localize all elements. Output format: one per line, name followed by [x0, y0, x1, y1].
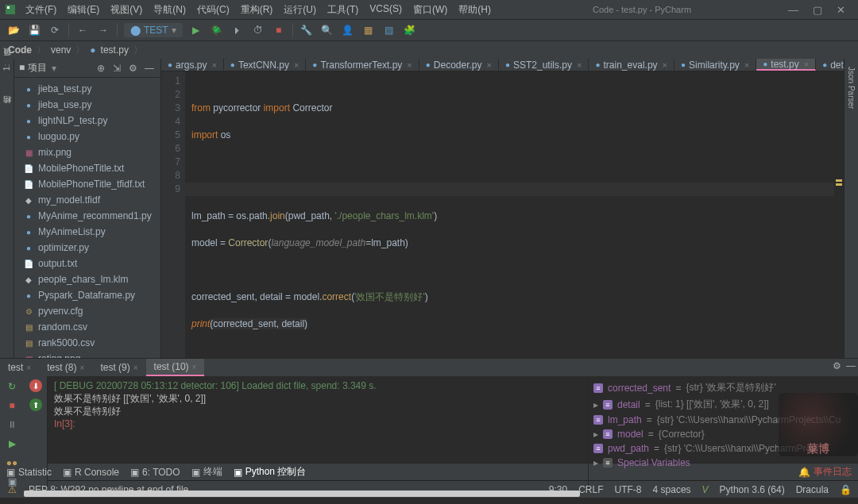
reload-icon[interactable]: ⟳: [48, 23, 62, 37]
run-coverage-icon[interactable]: ⏵: [230, 23, 245, 37]
close-icon[interactable]: ×: [407, 60, 412, 70]
file-item[interactable]: ◆people_chars_lm.klm: [14, 271, 160, 287]
menu-item[interactable]: 工具(T): [323, 2, 363, 18]
close-icon[interactable]: ×: [577, 60, 582, 70]
toolwindow-tab[interactable]: ▣ Python 控制台: [234, 465, 307, 479]
file-item[interactable]: ▤rank5000.csv: [14, 335, 160, 351]
breadcrumb-folder[interactable]: venv: [51, 44, 71, 56]
close-icon[interactable]: ×: [744, 60, 749, 70]
editor-tab[interactable]: ●SST2_utils.py×: [499, 59, 589, 71]
menu-item[interactable]: 帮助(H): [454, 2, 496, 18]
file-item[interactable]: ▦mix.png: [14, 144, 160, 160]
stop-icon[interactable]: ■: [272, 23, 286, 37]
run-tab[interactable]: test (9)×: [92, 359, 145, 376]
variable-item[interactable]: ▸≡detail = {list: 1} [['效国', '效果', 0, 2]…: [593, 396, 853, 413]
run-gear-icon[interactable]: ⚙: [829, 359, 844, 373]
variable-item[interactable]: ▸≡model = {Corrector}: [593, 427, 853, 441]
menu-item[interactable]: 运行(U): [279, 2, 321, 18]
toolwindow-tab[interactable]: ▣ 6: TODO: [130, 467, 180, 478]
status-encoding[interactable]: UTF-8: [615, 484, 642, 495]
file-item[interactable]: 📄MobilePhoneTitle_tfidf.txt: [14, 176, 160, 192]
expand-arrow-icon[interactable]: ▸: [593, 457, 598, 468]
breadcrumb-root[interactable]: Code: [8, 44, 32, 56]
expand-arrow-icon[interactable]: ▸: [593, 399, 598, 410]
toolwindow-tab[interactable]: ▣ R Console: [63, 467, 119, 478]
variable-item[interactable]: ≡pwd_path = {str} 'C:\\Users\\hanxi\\Pyc…: [593, 441, 853, 456]
close-icon[interactable]: ×: [80, 364, 85, 372]
editor-tab[interactable]: ●train_eval.py×: [589, 59, 674, 71]
editor-tab[interactable]: ●args.py×: [161, 59, 224, 71]
menu-item[interactable]: 文件(F): [21, 2, 61, 18]
stop2-icon[interactable]: ■: [5, 398, 19, 413]
menu-item[interactable]: 视图(V): [106, 2, 147, 18]
expand-arrow-icon[interactable]: ▸: [593, 429, 598, 440]
maximize-button[interactable]: ▢: [813, 4, 822, 16]
console-output[interactable]: [ DEBUG 20200728 05:13:12 detector: 106]…: [48, 376, 588, 489]
status-lock-icon[interactable]: 🔒: [840, 484, 852, 495]
hide-panel-icon[interactable]: —: [145, 63, 156, 74]
menu-item[interactable]: 导航(N): [149, 2, 191, 18]
menu-item[interactable]: 编辑(E): [63, 2, 104, 18]
file-item[interactable]: ●MyAnimeList.py: [14, 224, 160, 240]
event-log-button[interactable]: 🔔 事件日志: [798, 465, 852, 479]
back-icon[interactable]: ←: [75, 23, 90, 37]
file-item[interactable]: ●Pyspark_Dataframe.py: [14, 287, 160, 303]
pause-icon[interactable]: ⏸: [5, 417, 19, 432]
status-lineend[interactable]: CRLF: [578, 484, 603, 495]
scroll-end-icon[interactable]: ⬇: [29, 379, 42, 392]
json-parser-tab[interactable]: Json Parser: [847, 67, 856, 109]
status-vim[interactable]: V: [702, 484, 709, 495]
file-item[interactable]: ▤random.csv: [14, 319, 160, 335]
file-item[interactable]: 📄output.txt: [14, 256, 160, 271]
plugin-icon-1[interactable]: ▦: [361, 23, 376, 37]
file-item[interactable]: ●jieba_use.py: [14, 97, 160, 113]
open-file-icon[interactable]: 📂: [6, 23, 21, 37]
menu-item[interactable]: 窗口(W): [408, 2, 452, 18]
run-icon[interactable]: ▶: [189, 23, 203, 37]
close-icon[interactable]: ×: [663, 60, 667, 70]
menu-item[interactable]: VCS(S): [365, 2, 407, 18]
editor-tab[interactable]: ●TextCNN.py×: [224, 59, 307, 71]
editor-tab[interactable]: ●TransformerText.py×: [306, 59, 419, 71]
run-tab[interactable]: test (8)×: [39, 359, 92, 376]
warning-icon[interactable]: ⚠: [6, 484, 17, 495]
file-item[interactable]: ◆my_model.tfidf: [14, 192, 160, 208]
rerun-icon[interactable]: ↻: [5, 379, 19, 394]
close-icon[interactable]: ×: [804, 60, 809, 69]
status-theme[interactable]: Dracula: [796, 484, 829, 495]
status-python[interactable]: Python 3.6 (64): [720, 484, 785, 495]
variable-item[interactable]: ≡lm_path = {str} 'C:\\Users\\hanxi\\Pych…: [593, 413, 853, 427]
file-item[interactable]: ●optimizer.py: [14, 240, 160, 256]
editor-tab[interactable]: ●Decoder.py×: [419, 59, 499, 71]
toolwindow-tab[interactable]: ▣ 终端: [191, 465, 222, 479]
sidebar-project-tab[interactable]: 1: 项目: [2, 62, 13, 71]
debug-icon[interactable]: 🪲: [210, 23, 224, 37]
close-icon[interactable]: ×: [192, 363, 197, 371]
file-item[interactable]: ●MyAnime_recommend1.py: [14, 208, 160, 224]
file-item[interactable]: ▦rating.png: [14, 351, 160, 358]
file-item[interactable]: ●jieba_test.py: [14, 81, 160, 97]
menu-item[interactable]: 代码(C): [192, 2, 234, 18]
file-item[interactable]: ●lightNLP_test.py: [14, 113, 160, 129]
wrench-icon[interactable]: 🔧: [300, 23, 314, 37]
forward-icon[interactable]: →: [96, 23, 110, 37]
menu-item[interactable]: 重构(R): [236, 2, 278, 18]
run-tab[interactable]: test (10)×: [146, 359, 205, 376]
close-icon[interactable]: ×: [133, 364, 138, 372]
close-icon[interactable]: ×: [294, 60, 299, 70]
close-icon[interactable]: ×: [487, 60, 492, 70]
variable-item[interactable]: ≡corrected_sent = {str} '效果不是特别好': [593, 379, 853, 396]
play2-icon[interactable]: ▶: [5, 437, 19, 451]
collapse-all-icon[interactable]: ⇲: [113, 63, 124, 74]
file-item[interactable]: 📄MobilePhoneTitle.txt: [14, 160, 160, 176]
gear-icon[interactable]: ⚙: [129, 63, 140, 74]
filter-icon[interactable]: ⬆: [29, 398, 42, 411]
run-config-selector[interactable]: ⬤ TEST ▾: [124, 23, 183, 37]
editor-tab[interactable]: ●detector.py×: [816, 59, 844, 71]
status-indent[interactable]: 4 spaces: [653, 484, 691, 495]
close-icon[interactable]: ×: [26, 364, 31, 372]
warning-marker[interactable]: [836, 179, 842, 182]
toolwindow-tab[interactable]: ▣ Statistic: [6, 467, 52, 478]
run-hide-icon[interactable]: —: [844, 359, 858, 373]
puzzle-icon[interactable]: 🧩: [403, 23, 417, 37]
